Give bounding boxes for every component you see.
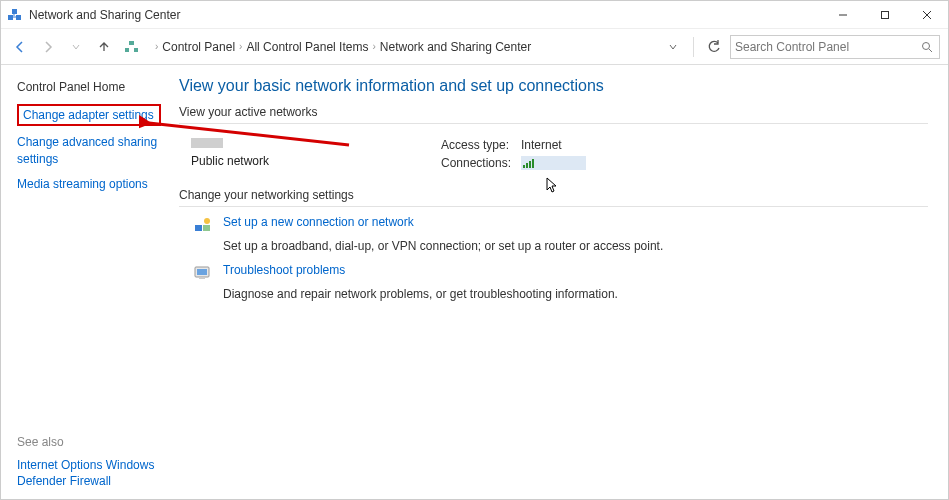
setting-item-troubleshoot: Troubleshoot problems: [193, 263, 928, 283]
minimize-button[interactable]: [822, 1, 864, 29]
forward-button[interactable]: [37, 36, 59, 58]
breadcrumb-control-panel[interactable]: Control Panel: [162, 40, 235, 54]
connection-name-redacted: [538, 159, 578, 168]
breadcrumb-current[interactable]: Network and Sharing Center: [380, 40, 531, 54]
svg-rect-2: [12, 9, 17, 14]
sidebar-adapter-settings[interactable]: Change adapter settings: [23, 108, 154, 122]
chevron-right-icon: ›: [372, 41, 375, 52]
active-network-row: Public network Access type: Internet Con…: [179, 132, 928, 188]
breadcrumb[interactable]: › Control Panel › All Control Panel Item…: [149, 35, 657, 59]
svg-rect-14: [203, 225, 210, 231]
main-panel: View your basic network information and …: [171, 65, 948, 499]
breadcrumb-all-items[interactable]: All Control Panel Items: [246, 40, 368, 54]
setup-connection-desc: Set up a broadband, dial-up, or VPN conn…: [223, 239, 928, 253]
wifi-signal-icon: [523, 158, 534, 168]
titlebar: Network and Sharing Center: [1, 1, 948, 29]
search-input[interactable]: [735, 40, 919, 54]
page-title: View your basic network information and …: [179, 77, 928, 95]
change-settings-label: Change your networking settings: [179, 188, 928, 202]
content: Control Panel Home Change adapter settin…: [1, 65, 948, 499]
access-type-label: Access type:: [441, 138, 521, 152]
recent-dropdown[interactable]: [65, 36, 87, 58]
app-icon: [7, 7, 23, 23]
active-networks-label: View your active networks: [179, 105, 928, 119]
connection-link[interactable]: [521, 156, 586, 170]
troubleshoot-desc: Diagnose and repair network problems, or…: [223, 287, 928, 301]
network-type: Public network: [191, 154, 441, 168]
troubleshoot-link[interactable]: Troubleshoot problems: [223, 263, 345, 277]
refresh-button[interactable]: [704, 37, 724, 57]
sidebar-media-streaming[interactable]: Media streaming options: [17, 176, 161, 192]
svg-rect-17: [197, 269, 207, 275]
close-button[interactable]: [906, 1, 948, 29]
see-also-title: See also: [17, 435, 161, 449]
chevron-right-icon: ›: [155, 41, 158, 52]
svg-point-15: [204, 218, 210, 224]
back-button[interactable]: [9, 36, 31, 58]
svg-rect-4: [882, 11, 889, 18]
svg-rect-13: [195, 225, 202, 231]
sidebar-advanced-sharing[interactable]: Change advanced sharing settings: [17, 134, 161, 166]
setup-connection-link[interactable]: Set up a new connection or network: [223, 215, 414, 229]
svg-point-10: [923, 42, 930, 49]
search-icon: [919, 41, 935, 53]
chevron-right-icon: ›: [239, 41, 242, 52]
divider: [179, 123, 928, 124]
highlight-adapter-settings: Change adapter settings: [17, 104, 161, 126]
settings-list: Set up a new connection or network Set u…: [179, 215, 928, 301]
svg-rect-7: [125, 48, 129, 52]
svg-rect-9: [129, 41, 134, 45]
search-box[interactable]: [730, 35, 940, 59]
sidebar-internet-options[interactable]: Internet Options: [17, 458, 102, 472]
access-type-value: Internet: [521, 138, 562, 152]
address-icon: [123, 38, 141, 56]
svg-line-11: [929, 49, 932, 52]
window-controls: [822, 1, 948, 29]
connections-label: Connections:: [441, 156, 521, 170]
sidebar: Control Panel Home Change adapter settin…: [1, 65, 171, 499]
address-dropdown[interactable]: [663, 37, 683, 57]
new-connection-icon: [193, 215, 213, 235]
separator: [693, 37, 694, 57]
window-title: Network and Sharing Center: [29, 8, 180, 22]
svg-rect-18: [199, 277, 205, 279]
divider: [179, 206, 928, 207]
network-name-redacted: [191, 138, 223, 148]
troubleshoot-icon: [193, 263, 213, 283]
sidebar-home[interactable]: Control Panel Home: [17, 79, 161, 95]
setting-item-new-connection: Set up a new connection or network: [193, 215, 928, 235]
up-button[interactable]: [93, 36, 115, 58]
see-also-section: See also Internet Options Windows Defend…: [17, 423, 161, 489]
svg-rect-8: [134, 48, 138, 52]
maximize-button[interactable]: [864, 1, 906, 29]
toolbar: › Control Panel › All Control Panel Item…: [1, 29, 948, 65]
